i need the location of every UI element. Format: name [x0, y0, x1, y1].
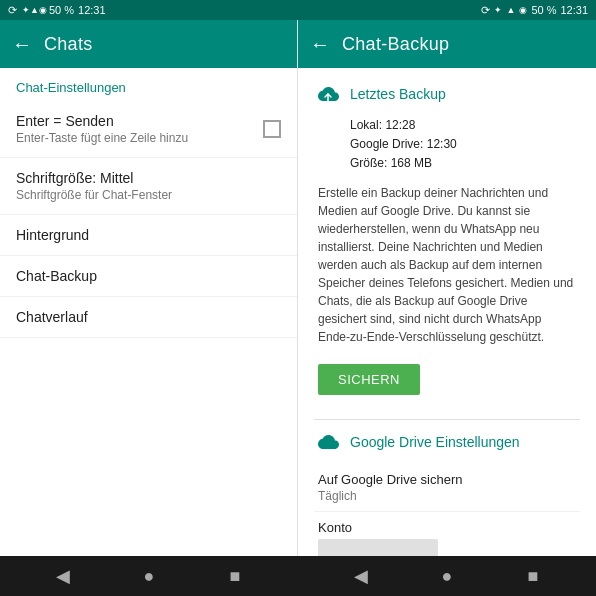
- setting-enter-senden[interactable]: Enter = Senden Enter-Taste fügt eine Zei…: [0, 101, 297, 158]
- nav-recents-left[interactable]: ■: [219, 560, 251, 592]
- enter-senden-title: Enter = Senden: [16, 113, 188, 129]
- enter-senden-subtitle: Enter-Taste fügt eine Zeile hinzu: [16, 131, 188, 145]
- gdrive-section-title: Google Drive Einstellungen: [350, 434, 520, 450]
- bottom-nav: ◀ ● ■ ◀ ● ■: [0, 556, 596, 596]
- backup-description: Erstelle ein Backup deiner Nachrichten u…: [314, 184, 580, 346]
- gdrive-sichern-label: Auf Google Drive sichern: [318, 472, 576, 487]
- signal-icon-right: ▲: [506, 5, 515, 15]
- left-panel: ← Chats Chat-Einstellungen Enter = Sende…: [0, 20, 298, 556]
- setting-hintergrund[interactable]: Hintergrund: [0, 215, 297, 256]
- bluetooth-icon: ✦: [22, 5, 30, 15]
- last-backup-title: Letztes Backup: [350, 86, 446, 102]
- left-back-button[interactable]: ←: [12, 33, 32, 56]
- wifi-icon: ◉: [39, 5, 47, 15]
- enter-senden-checkbox[interactable]: [263, 120, 281, 138]
- google-value: 12:30: [427, 137, 457, 151]
- nav-back-left[interactable]: ◀: [47, 560, 79, 592]
- setting-chat-backup[interactable]: Chat-Backup: [0, 256, 297, 297]
- status-bar-right: ⟳ ✦ ▲ ◉ 50 % 12:31: [298, 0, 596, 20]
- sichern-button[interactable]: SICHERN: [318, 364, 420, 395]
- time-left: 12:31: [78, 4, 106, 16]
- nav-home-left[interactable]: ●: [133, 560, 165, 592]
- setting-chatverlauf[interactable]: Chatverlauf: [0, 297, 297, 338]
- chat-einstellungen-header: Chat-Einstellungen: [0, 68, 297, 101]
- right-panel: ← Chat-Backup Letztes Backup: [298, 20, 596, 556]
- time-right: 12:31: [560, 4, 588, 16]
- lokal-info: Lokal: 12:28: [350, 116, 580, 135]
- konto-label: Konto: [318, 520, 576, 535]
- section-divider: [314, 419, 580, 420]
- main-content: ← Chats Chat-Einstellungen Enter = Sende…: [0, 20, 596, 556]
- groesse-info: Größe: 168 MB: [350, 154, 580, 173]
- nav-home-right[interactable]: ●: [431, 560, 463, 592]
- nav-recents-right[interactable]: ■: [517, 560, 549, 592]
- wifi-icon-right: ◉: [519, 5, 527, 15]
- chatverlauf-title: Chatverlauf: [16, 309, 88, 325]
- status-bar-left: ⟳ ✦ ▲ ◉ 50 % 12:31: [0, 0, 298, 20]
- konto-field[interactable]: [318, 539, 438, 556]
- lokal-label: Lokal:: [350, 118, 382, 132]
- bottom-nav-right: ◀ ● ■: [298, 556, 596, 596]
- hintergrund-title: Hintergrund: [16, 227, 89, 243]
- gdrive-header: Google Drive Einstellungen: [314, 428, 580, 456]
- last-backup-header: Letztes Backup: [314, 80, 580, 108]
- left-toolbar: ← Chats: [0, 20, 297, 68]
- setting-schriftgroesse[interactable]: Schriftgröße: Mittel Schriftgröße für Ch…: [0, 158, 297, 215]
- schriftgroesse-title: Schriftgröße: Mittel: [16, 170, 172, 186]
- right-back-button[interactable]: ←: [310, 33, 330, 56]
- gdrive-section: Google Drive Einstellungen Auf Google Dr…: [314, 428, 580, 556]
- google-label: Google Drive:: [350, 137, 423, 151]
- left-toolbar-title: Chats: [44, 34, 93, 55]
- backup-info: Lokal: 12:28 Google Drive: 12:30 Größe: …: [314, 116, 580, 174]
- gdrive-cloud-icon: [314, 428, 342, 456]
- right-scroll-area[interactable]: Letztes Backup Lokal: 12:28 Google Drive…: [298, 68, 596, 556]
- status-bar: ⟳ ✦ ▲ ◉ 50 % 12:31 ⟳ ✦ ▲ ◉ 50 % 12:31: [0, 0, 596, 20]
- bottom-nav-left: ◀ ● ■: [0, 556, 298, 596]
- konto-setting[interactable]: Konto: [314, 512, 580, 556]
- gdrive-sichern-setting[interactable]: Auf Google Drive sichern Täglich: [314, 464, 580, 512]
- battery-right: 50 %: [531, 4, 556, 16]
- status-icon-right: ⟳: [481, 4, 490, 17]
- groesse-label: Größe:: [350, 156, 387, 170]
- groesse-value: 168 MB: [391, 156, 432, 170]
- bluetooth-icon-right: ✦: [494, 5, 502, 15]
- nav-back-right[interactable]: ◀: [345, 560, 377, 592]
- google-info: Google Drive: 12:30: [350, 135, 580, 154]
- right-toolbar-title: Chat-Backup: [342, 34, 449, 55]
- chat-backup-title: Chat-Backup: [16, 268, 97, 284]
- right-toolbar: ← Chat-Backup: [298, 20, 596, 68]
- gdrive-sichern-value: Täglich: [318, 489, 576, 503]
- signal-icon: ▲: [30, 5, 39, 15]
- status-icon-left: ⟳: [8, 4, 17, 17]
- schriftgroesse-subtitle: Schriftgröße für Chat-Fenster: [16, 188, 172, 202]
- battery-left: 50 %: [49, 4, 74, 16]
- last-backup-section: Letztes Backup Lokal: 12:28 Google Drive…: [314, 80, 580, 403]
- lokal-value: 12:28: [385, 118, 415, 132]
- cloud-upload-icon: [314, 80, 342, 108]
